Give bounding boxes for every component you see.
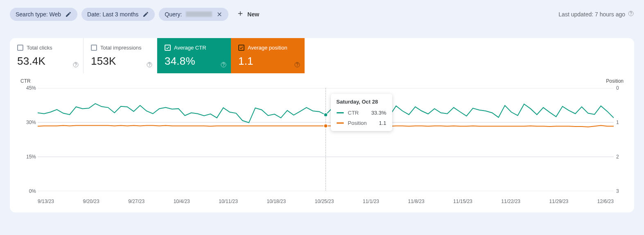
filter-chips: Search type: Web Date: Last 3 months Que… — [10, 7, 263, 22]
chart-tooltip: Saturday, Oct 28 CTR 33.3% Position 1.1 — [331, 94, 392, 131]
redacted-query-value — [186, 11, 212, 17]
metric-avg-position[interactable]: Average position 1.1 — [231, 38, 305, 73]
checkbox-icon — [91, 45, 97, 51]
x-tick: 11/1/23 — [363, 199, 379, 204]
help-icon[interactable] — [72, 61, 79, 69]
plot-region[interactable]: 0%315%230%145%0 — [38, 88, 614, 191]
help-icon[interactable] — [294, 61, 301, 69]
legend-swatch-ctr — [337, 112, 344, 113]
metric-avg-ctr[interactable]: Average CTR 34.8% — [157, 38, 231, 73]
x-tick: 9/13/23 — [38, 199, 54, 204]
x-tick: 11/15/23 — [453, 199, 472, 204]
chip-label: Search type: Web — [16, 11, 61, 18]
chip-date[interactable]: Date: Last 3 months — [81, 8, 155, 21]
last-updated: Last updated: 7 hours ago — [558, 10, 634, 18]
metric-label: Average position — [248, 45, 287, 51]
metric-value: 153K — [91, 55, 150, 68]
x-tick: 9/20/23 — [83, 199, 99, 204]
chip-query[interactable]: Query: — [159, 8, 228, 21]
x-tick: 10/11/23 — [219, 199, 238, 204]
chart-area: CTR Position 0%315%230%145%0 9/13/239/20… — [10, 73, 634, 212]
checkbox-icon — [17, 45, 23, 51]
x-tick: 9/27/23 — [128, 199, 145, 204]
x-tick: 10/25/23 — [315, 199, 334, 204]
x-tick: 11/22/23 — [501, 199, 520, 204]
tooltip-key: Position — [348, 120, 367, 126]
pencil-icon — [142, 11, 149, 18]
x-tick: 10/4/23 — [174, 199, 190, 204]
help-icon[interactable] — [220, 61, 227, 69]
metric-value: 34.8% — [165, 55, 224, 68]
tooltip-date: Saturday, Oct 28 — [337, 99, 386, 105]
metric-label: Total clicks — [27, 45, 52, 51]
metrics-row: Total clicks 53.4K Total impressions 153… — [10, 38, 634, 73]
metric-value: 1.1 — [238, 55, 298, 68]
metric-total-clicks[interactable]: Total clicks 53.4K — [10, 38, 84, 73]
close-icon[interactable] — [216, 11, 223, 18]
svg-point-11 — [324, 124, 328, 128]
chip-label: Date: Last 3 months — [87, 11, 138, 18]
tooltip-value: 1.1 — [379, 120, 386, 126]
new-filter-button[interactable]: New — [233, 7, 263, 22]
new-filter-label: New — [247, 11, 259, 18]
y-axis-left-title: CTR — [20, 78, 31, 84]
checkbox-icon — [238, 45, 244, 51]
metric-label: Average CTR — [174, 45, 206, 51]
checkbox-icon — [165, 45, 171, 51]
x-tick: 11/29/23 — [549, 199, 569, 204]
topbar: Search type: Web Date: Last 3 months Que… — [10, 7, 634, 22]
y-axis-right-title: Position — [606, 78, 624, 84]
tooltip-value: 33.3% — [371, 110, 386, 116]
performance-card: Total clicks 53.4K Total impressions 153… — [10, 38, 634, 212]
metric-total-impressions[interactable]: Total impressions 153K — [84, 38, 157, 73]
plus-icon — [237, 10, 244, 18]
chip-label: Query: — [165, 11, 182, 18]
x-tick: 11/8/23 — [408, 199, 425, 204]
help-icon[interactable] — [146, 61, 153, 69]
metric-value: 53.4K — [17, 55, 77, 68]
x-axis-ticks: 9/13/239/20/239/27/2310/4/2310/11/2310/1… — [38, 199, 614, 204]
legend-swatch-position — [337, 122, 344, 124]
metric-label: Total impressions — [100, 45, 141, 51]
last-updated-text: Last updated: 7 hours ago — [558, 11, 625, 18]
pencil-icon — [65, 11, 72, 18]
help-icon[interactable] — [628, 10, 634, 18]
x-tick: 10/18/23 — [267, 199, 286, 204]
chip-search-type[interactable]: Search type: Web — [10, 8, 77, 21]
x-tick: 12/6/23 — [597, 199, 614, 204]
tooltip-key: CTR — [348, 110, 359, 116]
svg-point-10 — [324, 113, 328, 117]
